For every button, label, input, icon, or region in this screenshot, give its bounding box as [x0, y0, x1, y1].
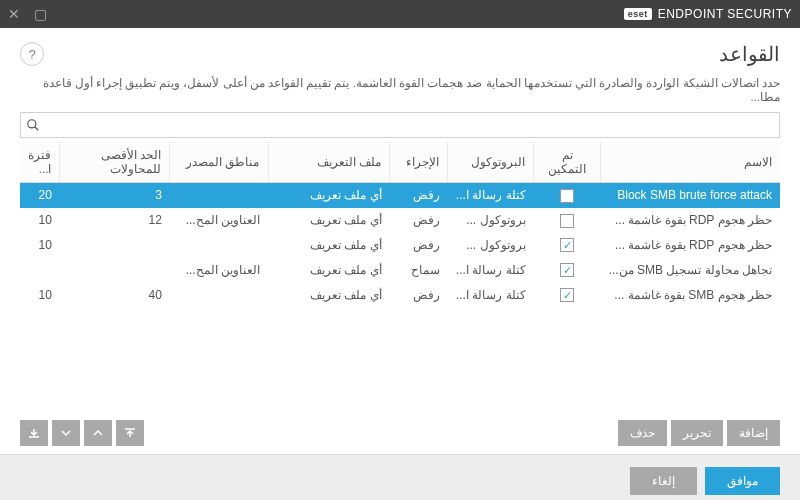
enabled-checkbox[interactable] — [560, 189, 574, 203]
window-controls: ✕ ▢ — [8, 6, 47, 22]
cell-name: حظر هجوم RDP بقوة غاشمة ... — [601, 233, 780, 258]
footer: إلغاء موافق — [0, 454, 800, 500]
brand-badge: eset — [624, 8, 652, 20]
cell-profile: أي ملف تعريف — [268, 257, 390, 282]
col-source[interactable]: مناطق المصدر — [170, 142, 268, 183]
cell-profile: أي ملف تعريف — [268, 282, 390, 307]
actions-row: إضافة تحرير حذف — [0, 412, 800, 454]
add-button[interactable]: إضافة — [727, 420, 780, 446]
cell-period — [20, 257, 60, 282]
cell-maxattempts: 3 — [60, 183, 170, 208]
cell-name: حظر هجوم SMB بقوة غاشمة ... — [601, 282, 780, 307]
cell-profile: أي ملف تعريف — [268, 208, 390, 233]
cancel-button[interactable]: إلغاء — [630, 467, 697, 495]
table-row[interactable]: حظر هجوم RDP بقوة غاشمة ...بروتوكول ...ر… — [20, 233, 780, 258]
move-top-button[interactable] — [116, 420, 144, 446]
cell-enabled[interactable] — [534, 183, 601, 208]
cell-maxattempts: 40 — [60, 282, 170, 307]
page-header: القواعد ? — [0, 28, 800, 76]
cell-action: رفض — [390, 208, 448, 233]
cell-enabled[interactable] — [534, 233, 601, 258]
svg-point-0 — [28, 120, 36, 128]
cell-profile: أي ملف تعريف — [268, 233, 390, 258]
enabled-checkbox[interactable] — [560, 214, 574, 228]
cell-protocol: بروتوكول ... — [448, 208, 534, 233]
search-row — [0, 112, 800, 142]
enabled-checkbox[interactable] — [560, 263, 574, 277]
table-row[interactable]: Block SMB brute force attackكتلة رسالة ا… — [20, 183, 780, 208]
cell-protocol: كتلة رسالة ا... — [448, 282, 534, 307]
delete-button[interactable]: حذف — [618, 420, 667, 446]
cell-maxattempts — [60, 257, 170, 282]
cell-protocol: كتلة رسالة ا... — [448, 257, 534, 282]
col-profile[interactable]: ملف التعريف — [268, 142, 390, 183]
cell-action: سماح — [390, 257, 448, 282]
maximize-icon[interactable]: ▢ — [34, 6, 47, 22]
titlebar: ✕ ▢ eset ENDPOINT SECURITY — [0, 0, 800, 28]
brand-text: ENDPOINT SECURITY — [658, 7, 792, 21]
cell-source — [170, 183, 268, 208]
page-title: القواعد — [719, 42, 780, 66]
cell-action: رفض — [390, 282, 448, 307]
edit-button[interactable]: تحرير — [671, 420, 723, 446]
cell-maxattempts — [60, 233, 170, 258]
cell-source: العناوين المح... — [170, 208, 268, 233]
search-input[interactable] — [20, 112, 780, 138]
cell-period: 10 — [20, 208, 60, 233]
move-up-button[interactable] — [84, 420, 112, 446]
cell-source — [170, 233, 268, 258]
brand: eset ENDPOINT SECURITY — [624, 7, 792, 21]
cell-source: العناوين المح... — [170, 257, 268, 282]
cell-enabled[interactable] — [534, 282, 601, 307]
cell-period: 10 — [20, 282, 60, 307]
enabled-checkbox[interactable] — [560, 238, 574, 252]
col-maxattempts[interactable]: الحد الأقصى للمحاولات — [60, 142, 170, 183]
cell-period: 10 — [20, 233, 60, 258]
col-period[interactable]: فترة ا... — [20, 142, 60, 183]
ok-button[interactable]: موافق — [705, 467, 780, 495]
cell-maxattempts: 12 — [60, 208, 170, 233]
cell-protocol: كتلة رسالة ا... — [448, 183, 534, 208]
table-row[interactable]: حظر هجوم RDP بقوة غاشمة ...بروتوكول ...ر… — [20, 208, 780, 233]
table-header-row: الاسم تم التمكين البروتوكول الإجراء ملف … — [20, 142, 780, 183]
table-row[interactable]: حظر هجوم SMB بقوة غاشمة ...كتلة رسالة ا.… — [20, 282, 780, 307]
col-action[interactable]: الإجراء — [390, 142, 448, 183]
move-down-button[interactable] — [52, 420, 80, 446]
col-name[interactable]: الاسم — [601, 142, 780, 183]
search-icon[interactable] — [26, 118, 40, 132]
cell-protocol: بروتوكول ... — [448, 233, 534, 258]
cell-name: حظر هجوم RDP بقوة غاشمة ... — [601, 208, 780, 233]
table-row[interactable]: تجاهل محاولة تسجيل SMB من...كتلة رسالة ا… — [20, 257, 780, 282]
close-icon[interactable]: ✕ — [8, 6, 20, 22]
cell-enabled[interactable] — [534, 257, 601, 282]
cell-source — [170, 282, 268, 307]
col-protocol[interactable]: البروتوكول — [448, 142, 534, 183]
cell-name: تجاهل محاولة تسجيل SMB من... — [601, 257, 780, 282]
help-button[interactable]: ? — [20, 42, 44, 66]
cell-name: Block SMB brute force attack — [601, 183, 780, 208]
cell-enabled[interactable] — [534, 208, 601, 233]
cell-profile: أي ملف تعريف — [268, 183, 390, 208]
cell-action: رفض — [390, 183, 448, 208]
rules-table: الاسم تم التمكين البروتوكول الإجراء ملف … — [20, 142, 780, 307]
cell-period: 20 — [20, 183, 60, 208]
col-enabled[interactable]: تم التمكين — [534, 142, 601, 183]
page-description: حدد اتصالات الشبكة الواردة والصادرة التي… — [0, 76, 800, 112]
cell-action: رفض — [390, 233, 448, 258]
move-bottom-button[interactable] — [20, 420, 48, 446]
svg-line-1 — [35, 127, 39, 131]
enabled-checkbox[interactable] — [560, 288, 574, 302]
